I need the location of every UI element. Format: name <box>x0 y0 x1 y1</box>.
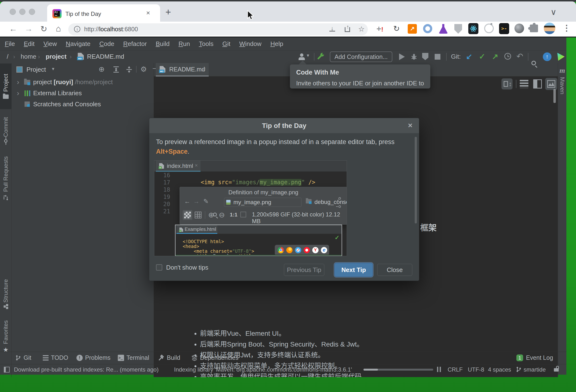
toolwindow-dependencies[interactable]: Dependencies <box>191 354 238 361</box>
tab-close-icon[interactable]: × <box>146 9 150 17</box>
project-panel-caret-icon[interactable]: ▾ <box>52 66 54 72</box>
code-with-me-user-icon[interactable] <box>298 53 305 60</box>
traffic-light-zoom[interactable] <box>29 9 35 15</box>
stripe-tab-maven[interactable]: m Maven <box>558 66 567 115</box>
extension-health-icon[interactable]: +! <box>376 24 383 33</box>
home-icon[interactable]: ⌂ <box>56 24 61 34</box>
install-app-icon[interactable]: ↓ <box>329 26 335 31</box>
traffic-light-minimize[interactable] <box>19 9 26 15</box>
breadcrumb-home[interactable]: home <box>21 53 36 60</box>
window-layout-icon[interactable] <box>4 367 10 372</box>
rollback-icon[interactable]: ↶ <box>516 52 523 61</box>
update-available-icon[interactable]: ↑ <box>543 52 551 61</box>
reload-icon[interactable]: ↻ <box>40 24 47 34</box>
url-text[interactable]: http://localhost:6800 <box>84 26 138 33</box>
run-icon[interactable] <box>399 53 405 60</box>
md-editor-only-button[interactable] <box>520 80 528 88</box>
project-tree-row-scratches[interactable]: Scratches and Consoles <box>12 100 154 111</box>
unlock-icon[interactable] <box>554 368 559 372</box>
menu-tools[interactable]: Tools <box>199 40 213 48</box>
event-log[interactable]: 1 Event Log <box>516 354 553 361</box>
menu-file[interactable]: File <box>5 40 15 48</box>
previous-tip-button[interactable]: Previous Tip <box>284 264 324 276</box>
git-commit-check-icon[interactable]: ✓ <box>479 52 485 61</box>
collapse-all-icon[interactable] <box>125 66 133 73</box>
dialog-close-icon[interactable]: × <box>408 121 412 130</box>
breadcrumb-project[interactable]: project <box>46 53 67 60</box>
ide-updates-icon[interactable] <box>556 52 565 61</box>
tree-expand-chevron-icon[interactable]: › <box>17 90 19 97</box>
git-push-icon[interactable]: ↗ <box>492 52 498 61</box>
menu-navigate[interactable]: Navigate <box>66 40 91 48</box>
history-clock-icon[interactable] <box>504 53 511 60</box>
menu-git[interactable]: Git <box>222 40 230 48</box>
tree-expand-chevron-icon[interactable]: › <box>17 78 19 86</box>
tab-search-chevron-icon[interactable]: ∨ <box>550 7 556 17</box>
extension-terminal-icon[interactable]: >- <box>499 23 509 34</box>
status-message[interactable]: Download pre-built shared indexes: Re...… <box>14 366 159 373</box>
project-tree-row-root[interactable]: › project [ruoyi] /home/project <box>12 77 154 89</box>
editor-tab-readme[interactable]: MD README.md × <box>156 63 209 76</box>
profile-avatar[interactable] <box>544 23 555 34</box>
close-button[interactable]: Close <box>377 264 412 276</box>
menu-edit[interactable]: Edit <box>24 40 35 48</box>
encoding-indicator[interactable]: UTF-8 <box>468 366 484 373</box>
line-ending-indicator[interactable]: CRLF <box>448 366 463 373</box>
md-split-view-button[interactable] <box>533 79 542 89</box>
forward-icon[interactable]: → <box>25 24 33 33</box>
stripe-tab-commit[interactable]: Commit <box>0 113 12 147</box>
new-tab-icon[interactable]: + <box>165 7 171 18</box>
traffic-light-close[interactable] <box>10 9 16 15</box>
menu-refactor[interactable]: Refactor <box>123 40 147 48</box>
stripe-tab-project[interactable]: Project <box>0 63 12 109</box>
dialog-scrollbar-thumb[interactable] <box>415 137 417 223</box>
stop-icon[interactable] <box>435 54 440 60</box>
debug-bug-icon[interactable] <box>410 53 418 60</box>
dialog-title-bar[interactable]: Tip of the Day × <box>149 118 419 133</box>
indent-indicator[interactable]: 4 spaces <box>488 366 511 373</box>
project-tree-row-libraries[interactable]: › External Libraries <box>12 89 154 100</box>
back-icon[interactable]: ← <box>9 24 17 33</box>
toolwindow-build[interactable]: Build <box>158 354 180 361</box>
extensions-puzzle-icon[interactable] <box>530 25 538 32</box>
git-branch-name[interactable]: smartide <box>524 366 546 373</box>
pause-indexing-icon[interactable] <box>437 367 441 372</box>
stripe-tab-favorites[interactable]: Favorites ★ <box>0 316 12 357</box>
bookmark-star-icon[interactable]: ☆ <box>358 25 365 33</box>
extension-chart-icon[interactable]: ↗ <box>408 24 417 34</box>
menu-build[interactable]: Build <box>156 40 170 48</box>
breadcrumb-root[interactable]: / <box>7 53 8 60</box>
menu-view[interactable]: View <box>44 40 57 48</box>
menu-help[interactable]: Help <box>270 40 283 48</box>
code-with-me-caret-icon[interactable]: ▾ <box>307 52 309 58</box>
toolwindow-git[interactable]: Git <box>15 354 31 361</box>
menu-code[interactable]: Code <box>99 40 114 48</box>
toolwindow-todo[interactable]: TODO <box>43 354 68 361</box>
settings-gear-icon[interactable]: ⚙ <box>140 65 147 73</box>
stripe-tab-structure[interactable]: Structure <box>0 272 12 315</box>
toolwindow-terminal[interactable]: >_ Terminal <box>118 354 149 361</box>
browser-menu-kebab-icon[interactable]: ⋮ <box>563 23 571 33</box>
projector-settings-icon[interactable] <box>316 52 325 61</box>
toolwindow-problems[interactable]: ! Problems <box>76 354 111 361</box>
breadcrumb-file[interactable]: README.md <box>87 53 124 60</box>
add-configuration-button[interactable]: Add Configuration... <box>330 52 392 62</box>
extension-lens-icon[interactable] <box>423 24 432 33</box>
address-bar[interactable]: i http://localhost:6800 ↓ ↑ ☆ <box>68 23 368 35</box>
dont-show-label[interactable]: Don't show tips <box>166 264 208 271</box>
extension-shield-icon[interactable] <box>454 24 462 34</box>
md-preview-only-button[interactable] <box>545 78 557 90</box>
extension-flask-icon[interactable] <box>439 24 448 34</box>
site-info-icon[interactable]: i <box>74 26 80 32</box>
git-update-icon[interactable]: ↙ <box>466 52 472 61</box>
coverage-icon[interactable] <box>422 53 428 60</box>
dont-show-checkbox[interactable] <box>156 264 162 271</box>
stripe-tab-pull-requests[interactable]: Pull Requests <box>0 152 12 205</box>
locate-file-icon[interactable]: ⊕ <box>99 65 105 73</box>
browser-tab[interactable]: PJ Tip of the Day × <box>47 4 160 23</box>
menu-window[interactable]: Window <box>239 40 261 48</box>
editor-tab-close-icon[interactable]: × <box>202 65 206 73</box>
menu-run[interactable]: Run <box>179 40 190 48</box>
extension-globe-icon[interactable] <box>515 24 524 33</box>
extension-sync-icon[interactable]: ↻ <box>393 24 400 33</box>
